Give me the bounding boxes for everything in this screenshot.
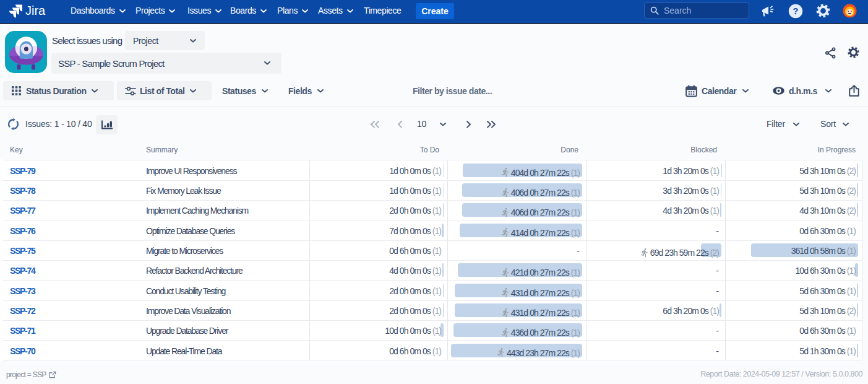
svg-text:?: ? [793, 6, 799, 16]
